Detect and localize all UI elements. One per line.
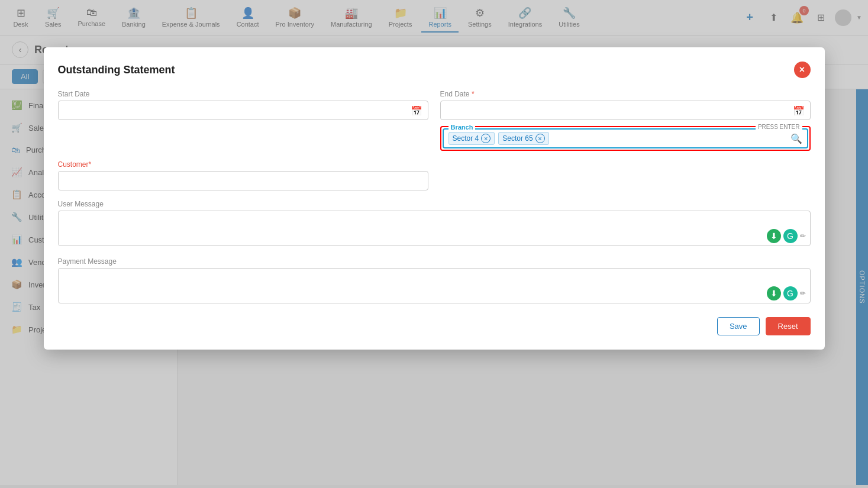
user-message-edit-icon[interactable]: ✏ bbox=[800, 232, 806, 240]
customer-right-spacer bbox=[440, 160, 811, 190]
reset-button[interactable]: Reset bbox=[766, 317, 811, 335]
branch-field-highlighted: Branch PRESS ENTER Sector 4 × Sector 65 … bbox=[440, 126, 811, 151]
end-date-required-star: * bbox=[472, 90, 475, 98]
user-message-icon-teal[interactable]: G bbox=[783, 229, 798, 243]
branch-tag-0: Sector 4 × bbox=[448, 132, 495, 145]
form-row-payment-message: Payment Message ⬇ G ✏ bbox=[58, 257, 811, 305]
user-message-icons: ⬇ G ✏ bbox=[767, 229, 806, 243]
end-date-label: End Date * bbox=[440, 90, 811, 98]
payment-message-wrapper: ⬇ G ✏ bbox=[58, 268, 811, 305]
modal-overlay: Outstanding Statement × Start Date 📅 End… bbox=[0, 0, 868, 485]
user-message-label: User Message bbox=[58, 200, 811, 208]
payment-message-edit-icon[interactable]: ✏ bbox=[800, 289, 806, 298]
payment-message-icons: ⬇ G ✏ bbox=[767, 286, 806, 300]
modal-close-button[interactable]: × bbox=[794, 62, 811, 78]
payment-message-label: Payment Message bbox=[58, 257, 811, 266]
end-date-wrapper: End Date * 📅 bbox=[440, 90, 811, 120]
user-message-wrapper: ⬇ G ✏ bbox=[58, 211, 811, 248]
form-row-1: Start Date 📅 End Date * 📅 bbox=[58, 90, 811, 151]
branch-tag-label-1: Sector 65 bbox=[502, 134, 533, 143]
branch-input[interactable] bbox=[553, 134, 802, 143]
payment-message-icon-teal[interactable]: G bbox=[783, 286, 798, 300]
branch-tag-remove-1[interactable]: × bbox=[535, 134, 545, 143]
form-row-user-message: User Message ⬇ G ✏ bbox=[58, 200, 811, 248]
modal-header: Outstanding Statement × bbox=[58, 62, 811, 78]
outstanding-statement-modal: Outstanding Statement × Start Date 📅 End… bbox=[44, 47, 825, 350]
start-date-label: Start Date bbox=[58, 90, 428, 98]
branch-search-icon[interactable]: 🔍 bbox=[790, 133, 802, 144]
branch-label: Branch bbox=[448, 124, 476, 131]
end-date-calendar-icon[interactable]: 📅 bbox=[793, 105, 805, 116]
branch-tag-label-0: Sector 4 bbox=[453, 134, 479, 143]
save-button[interactable]: Save bbox=[717, 317, 760, 335]
right-fields: End Date * 📅 Branch PRESS ENTER bbox=[440, 90, 811, 151]
branch-tag-remove-0[interactable]: × bbox=[481, 134, 491, 143]
payment-message-icon-green[interactable]: ⬇ bbox=[767, 286, 781, 300]
end-date-input[interactable] bbox=[440, 101, 811, 120]
modal-title: Outstanding Statement bbox=[58, 64, 175, 76]
customer-input[interactable] bbox=[58, 171, 428, 190]
start-date-input[interactable] bbox=[58, 101, 428, 120]
user-message-icon-green[interactable]: ⬇ bbox=[767, 229, 781, 243]
branch-tag-1: Sector 65 × bbox=[498, 132, 548, 145]
start-date-field: Start Date 📅 bbox=[58, 90, 428, 151]
branch-inner: Branch PRESS ENTER Sector 4 × Sector 65 … bbox=[443, 128, 808, 148]
press-enter-label: PRESS ENTER bbox=[756, 124, 802, 130]
customer-label: Customer* bbox=[58, 160, 428, 169]
form-row-customer: Customer* bbox=[58, 160, 811, 190]
payment-message-field: Payment Message ⬇ G ✏ bbox=[58, 257, 811, 305]
payment-message-input[interactable] bbox=[58, 268, 811, 303]
modal-footer: Save Reset bbox=[58, 317, 811, 335]
user-message-field: User Message ⬇ G ✏ bbox=[58, 200, 811, 248]
customer-field: Customer* bbox=[58, 160, 428, 190]
start-date-calendar-icon[interactable]: 📅 bbox=[411, 105, 422, 116]
user-message-input[interactable] bbox=[58, 211, 811, 246]
